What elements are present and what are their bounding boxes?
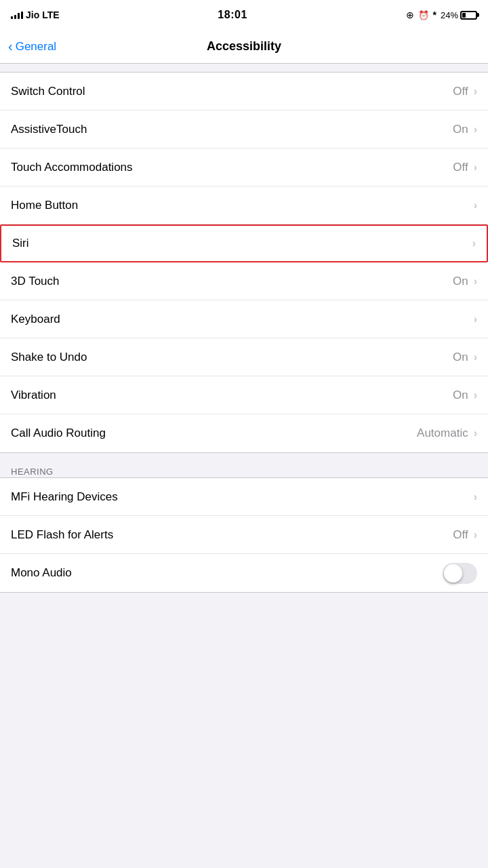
status-left: Jio LTE <box>11 9 60 20</box>
keyboard-chevron: › <box>474 313 477 326</box>
interaction-section: Switch Control Off › AssistiveTouch On ›… <box>0 72 488 453</box>
home-button-chevron: › <box>474 199 477 212</box>
touch-accommodations-label: Touch Accommodations <box>11 161 453 174</box>
mfi-hearing-devices-label: MFi Hearing Devices <box>11 490 472 504</box>
3d-touch-value: On › <box>453 275 477 288</box>
led-flash-alerts-value: Off › <box>453 528 477 542</box>
vibration-status: On <box>453 389 468 402</box>
touch-accommodations-value: Off › <box>453 161 477 174</box>
signal-bars <box>11 11 23 19</box>
hearing-header-label: HEARING <box>11 467 54 477</box>
alarm-icon: ⏰ <box>418 10 429 20</box>
siri-label: Siri <box>12 237 471 250</box>
mfi-hearing-devices-row[interactable]: MFi Hearing Devices › <box>0 478 488 516</box>
signal-bar-3 <box>18 13 20 19</box>
led-flash-alerts-chevron: › <box>474 529 477 541</box>
back-button[interactable]: ‹ General <box>8 40 56 54</box>
shake-to-undo-row[interactable]: Shake to Undo On › <box>0 338 488 376</box>
3d-touch-row[interactable]: 3D Touch On › <box>0 262 488 300</box>
3d-touch-chevron: › <box>474 275 477 288</box>
led-flash-alerts-status: Off <box>453 528 468 542</box>
battery-icon <box>460 11 477 20</box>
assistivetouch-value: On › <box>453 123 477 136</box>
mono-audio-toggle[interactable] <box>443 563 477 584</box>
mfi-hearing-devices-value: › <box>472 491 477 503</box>
bottom-spacer <box>0 593 488 620</box>
call-audio-routing-chevron: › <box>474 427 477 439</box>
touch-accommodations-row[interactable]: Touch Accommodations Off › <box>0 149 488 186</box>
mono-audio-toggle-container <box>443 563 477 584</box>
status-bar: Jio LTE 18:01 ⊕ ⏰ * 24% <box>0 0 488 30</box>
vibration-chevron: › <box>474 389 477 401</box>
call-audio-routing-value: Automatic › <box>417 427 477 440</box>
shake-to-undo-chevron: › <box>474 351 477 363</box>
siri-value: › <box>471 237 476 250</box>
call-audio-routing-row[interactable]: Call Audio Routing Automatic › <box>0 414 488 452</box>
switch-control-chevron: › <box>474 85 477 98</box>
led-flash-alerts-row[interactable]: LED Flash for Alerts Off › <box>0 516 488 554</box>
home-button-row[interactable]: Home Button › <box>0 186 488 224</box>
switch-control-value: Off › <box>453 85 477 98</box>
home-button-label: Home Button <box>11 199 472 212</box>
siri-chevron: › <box>472 237 476 250</box>
battery: 24% <box>441 10 477 20</box>
mono-audio-label: Mono Audio <box>11 566 443 580</box>
vibration-label: Vibration <box>11 389 453 402</box>
assistivetouch-label: AssistiveTouch <box>11 123 453 136</box>
led-flash-alerts-label: LED Flash for Alerts <box>11 528 453 542</box>
touch-accommodations-status: Off <box>453 161 468 174</box>
switch-control-label: Switch Control <box>11 85 453 98</box>
keyboard-row[interactable]: Keyboard › <box>0 300 488 338</box>
status-right: ⊕ ⏰ * 24% <box>406 9 477 20</box>
shake-to-undo-label: Shake to Undo <box>11 351 453 364</box>
network-type: LTE <box>42 9 59 20</box>
signal-bar-1 <box>11 16 13 19</box>
assistivetouch-chevron: › <box>474 123 477 136</box>
shake-to-undo-status: On <box>453 351 468 364</box>
bluetooth-icon: * <box>433 9 436 20</box>
hearing-spacer: HEARING <box>0 453 488 477</box>
navigation-header: ‹ General Accessibility <box>0 30 488 64</box>
back-chevron-icon: ‹ <box>8 39 13 53</box>
3d-touch-label: 3D Touch <box>11 275 453 288</box>
top-spacer <box>0 64 488 72</box>
switch-control-status: Off <box>453 85 468 98</box>
back-label: General <box>16 40 56 54</box>
assistivetouch-row[interactable]: AssistiveTouch On › <box>0 111 488 149</box>
shake-to-undo-value: On › <box>453 351 477 364</box>
page-title: Accessibility <box>207 39 281 54</box>
signal-bar-4 <box>21 12 23 19</box>
mono-audio-row[interactable]: Mono Audio <box>0 554 488 592</box>
signal-bar-2 <box>14 15 16 19</box>
vibration-value: On › <box>453 389 477 402</box>
toggle-knob <box>444 564 462 583</box>
keyboard-value: › <box>472 313 477 326</box>
screen-record-icon: ⊕ <box>406 9 414 20</box>
hearing-section: MFi Hearing Devices › LED Flash for Aler… <box>0 477 488 593</box>
vibration-row[interactable]: Vibration On › <box>0 376 488 414</box>
3d-touch-status: On <box>453 275 468 288</box>
call-audio-routing-label: Call Audio Routing <box>11 427 417 440</box>
siri-row[interactable]: Siri › <box>0 224 488 262</box>
battery-percent: 24% <box>441 10 458 20</box>
mfi-hearing-devices-chevron: › <box>474 491 477 503</box>
keyboard-label: Keyboard <box>11 313 472 326</box>
home-button-value: › <box>472 199 477 212</box>
switch-control-row[interactable]: Switch Control Off › <box>0 73 488 111</box>
carrier-name: Jio <box>26 9 39 20</box>
battery-fill <box>462 13 466 18</box>
assistivetouch-status: On <box>453 123 468 136</box>
call-audio-routing-status: Automatic <box>417 427 468 440</box>
touch-accommodations-chevron: › <box>474 161 477 174</box>
status-time: 18:01 <box>218 9 247 21</box>
